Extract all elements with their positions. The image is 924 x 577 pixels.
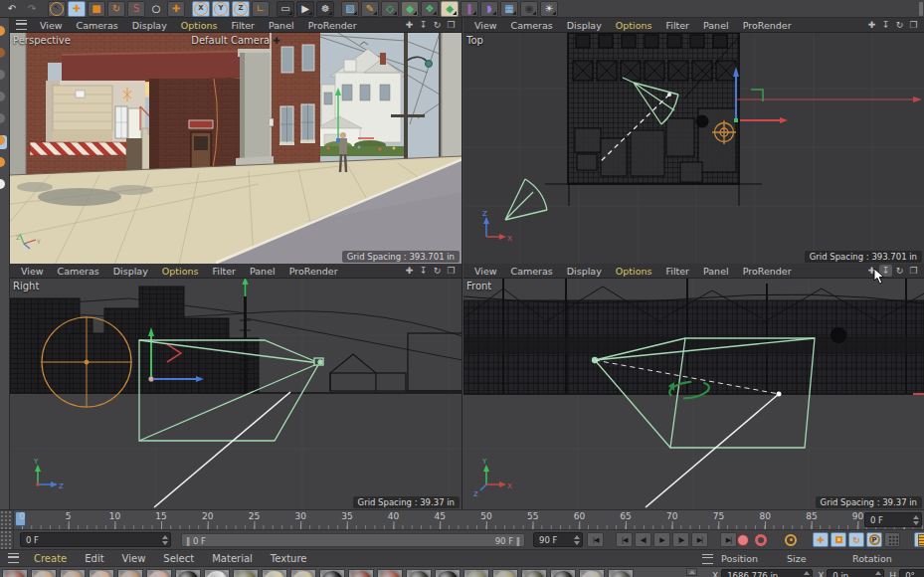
material-thumbnail[interactable] <box>319 569 345 577</box>
menu-filter[interactable]: Filter <box>231 20 255 31</box>
viewport-rotate-icon[interactable]: ↻ <box>893 19 906 31</box>
menu-panel[interactable]: Panel <box>703 266 729 277</box>
subdivision-surface-menu[interactable]: ◇ <box>381 1 399 17</box>
frame-row-grip[interactable] <box>0 530 14 549</box>
coordinate-input[interactable]: 0° <box>899 569 924 577</box>
timeline-window-button[interactable] <box>914 532 924 547</box>
timeline-ruler[interactable]: 051015202530354045505560657075808590 0 F <box>0 509 924 529</box>
x-axis-lock[interactable]: X <box>192 1 210 17</box>
coordinate-input[interactable]: 1686.776 in <box>721 569 813 577</box>
menu-view[interactable]: View <box>474 20 497 31</box>
menu-options[interactable]: Options <box>181 20 218 31</box>
menu-filter[interactable]: Filter <box>212 266 236 277</box>
menu-view[interactable]: View <box>474 266 497 277</box>
goto-start-button[interactable]: |◀ <box>587 532 604 547</box>
viewport-maximize-icon[interactable]: ❐ <box>445 265 458 277</box>
next-key-button[interactable]: ▶| <box>691 532 708 547</box>
toolbar-overflow-handle[interactable] <box>919 2 923 16</box>
material-thumbnail[interactable] <box>204 569 230 577</box>
key-pla-toggle[interactable] <box>884 532 900 547</box>
bottom-menu-create[interactable]: Create <box>34 553 67 564</box>
generator-menu[interactable]: ◆ <box>401 1 419 17</box>
material-thumbnail[interactable] <box>290 569 316 577</box>
material-thumbnail[interactable] <box>435 569 461 577</box>
material-thumbnail[interactable] <box>146 569 172 577</box>
tweak-mode-toggle[interactable]: ○ <box>147 1 165 17</box>
left-tool-3[interactable] <box>0 70 7 84</box>
viewport-rotate-icon[interactable]: ↻ <box>893 265 906 277</box>
perspective-canvas[interactable]: Z Y Perspective Default Camera✚ Grid Spa… <box>10 33 462 265</box>
viewport-move-icon[interactable]: ✚ <box>403 19 416 31</box>
material-thumbnail[interactable] <box>117 569 143 577</box>
symmetry-menu[interactable]: ‖ <box>461 1 478 17</box>
modeling-menu[interactable]: ❖ <box>421 1 439 17</box>
scroll-up-button[interactable] <box>686 568 697 576</box>
bottom-menu-select[interactable]: Select <box>163 553 194 564</box>
menu-cameras[interactable]: Cameras <box>58 266 99 277</box>
menu-cameras[interactable]: Cameras <box>77 20 118 31</box>
menu-view[interactable]: View <box>40 20 63 31</box>
material-thumbnail[interactable] <box>348 569 374 577</box>
viewport-move-icon[interactable]: ✚ <box>865 19 878 31</box>
left-tool-5[interactable] <box>0 113 7 127</box>
material-thumbnail[interactable] <box>579 569 605 577</box>
material-thumbnail[interactable] <box>31 569 57 577</box>
key-rotation-toggle[interactable]: ↻ <box>848 532 864 547</box>
viewport-rotate-icon[interactable]: ↻ <box>431 265 444 277</box>
undo-button[interactable]: ↶ <box>3 1 21 17</box>
menu-options[interactable]: Options <box>616 20 652 31</box>
menu-options[interactable]: Options <box>162 266 199 277</box>
ruler-grip[interactable] <box>0 510 14 529</box>
material-thumbnail[interactable] <box>492 569 518 577</box>
material-thumbnail[interactable] <box>60 569 86 577</box>
deformer-menu[interactable]: ◗ <box>480 1 498 17</box>
axis-move-tool[interactable]: ✚ <box>167 1 185 17</box>
spline-pen-menu[interactable]: ✎ <box>361 1 379 17</box>
viewport-zoom-icon[interactable]: ↧ <box>879 19 892 31</box>
render-settings-button[interactable]: ☸ <box>316 1 334 17</box>
viewport-zoom-icon[interactable]: ↧ <box>417 19 430 31</box>
key-parameter-toggle[interactable]: P <box>866 532 882 547</box>
menu-panel[interactable]: Panel <box>269 20 294 31</box>
preview-range-slider[interactable]: ‖ 0 F 90 F ‖ <box>181 533 525 547</box>
volume-menu[interactable]: ◆ <box>441 1 459 17</box>
render-view-button[interactable]: ▭ <box>277 1 294 17</box>
render-picture-viewer-button[interactable]: ▶ <box>296 1 314 17</box>
frame-field[interactable]: 0 F <box>864 512 922 527</box>
menu-display[interactable]: Display <box>567 266 602 277</box>
front-canvas[interactable]: Y X Z Front Grid Spacing : 39.37 in <box>463 279 924 510</box>
left-tool-8[interactable] <box>0 179 7 193</box>
key-position-toggle[interactable]: ✚ <box>813 532 829 547</box>
bottom-menu-material[interactable]: Material <box>212 553 253 564</box>
rotate-tool[interactable]: ↻ <box>107 1 125 17</box>
material-thumbnail[interactable] <box>608 569 634 577</box>
z-axis-lock[interactable]: Z <box>232 1 250 17</box>
right-canvas[interactable]: Y Z Right Grid Spacing : 39.37 in <box>10 279 462 510</box>
material-thumbnail[interactable] <box>521 569 547 577</box>
material-thumbnail[interactable] <box>377 569 403 577</box>
left-tool-1[interactable] <box>0 26 7 40</box>
menu-panel[interactable]: Panel <box>250 266 276 277</box>
viewport-maximize-icon[interactable]: ❐ <box>907 19 920 31</box>
primitive-cube-menu[interactable]: ▧ <box>341 1 359 17</box>
material-thumbnail[interactable] <box>233 569 259 577</box>
menu-panel[interactable]: Panel <box>703 20 729 31</box>
material-thumbnail[interactable] <box>406 569 432 577</box>
viewport-maximize-icon[interactable]: ❐ <box>907 265 920 277</box>
coordinate-system-toggle[interactable]: ∟ <box>252 1 270 17</box>
menu-prorender[interactable]: ProRender <box>743 266 792 277</box>
viewport-rotate-icon[interactable]: ↻ <box>431 19 444 31</box>
bottom-menu-texture[interactable]: Texture <box>271 553 307 564</box>
viewport-move-icon[interactable]: ✚ <box>403 265 416 277</box>
goto-previous-key-button[interactable]: |◀ <box>616 532 633 547</box>
left-tool-2[interactable] <box>0 48 7 62</box>
light-menu[interactable]: ☀ <box>540 1 558 17</box>
menu-display[interactable]: Display <box>132 20 167 31</box>
live-selection-tool[interactable]: ↖ <box>48 1 66 17</box>
viewport-zoom-icon[interactable]: ↧ <box>417 265 430 277</box>
move-tool[interactable]: ✚ <box>68 1 86 17</box>
top-canvas[interactable]: Z X Top Grid Spacing : 393.701 in <box>463 33 924 265</box>
menu-display[interactable]: Display <box>567 20 602 31</box>
play-button[interactable]: ▶ <box>653 532 670 547</box>
keyframe-selection-button[interactable] <box>783 532 799 547</box>
